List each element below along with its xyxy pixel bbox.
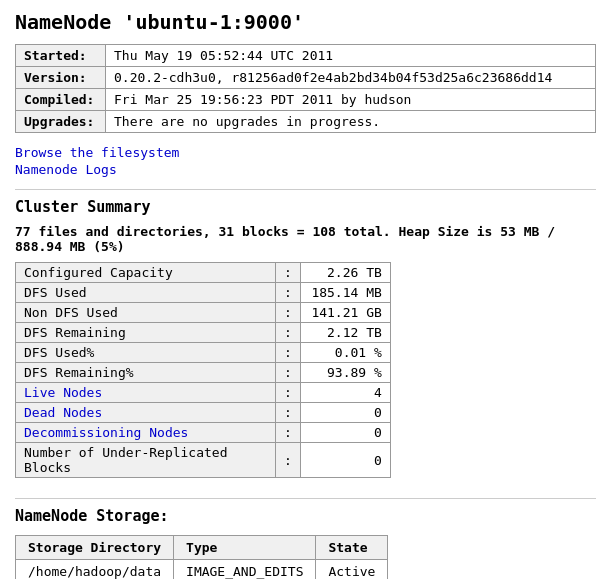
version-value: 0.20.2-cdh3u0, r81256ad0f2e4ab2bd34b04f5… — [106, 67, 596, 89]
cluster-row-value: 0 — [300, 423, 390, 443]
cluster-row-label: Non DFS Used — [16, 303, 276, 323]
cluster-row-link[interactable]: Live Nodes — [24, 385, 102, 400]
cluster-row-sep: : — [276, 403, 301, 423]
cluster-row-label: Number of Under-Replicated Blocks — [16, 443, 276, 478]
cluster-row: DFS Remaining:2.12 TB — [16, 323, 391, 343]
storage-section: NameNode Storage: Storage DirectoryTypeS… — [15, 507, 596, 579]
cluster-row: Live Nodes:4 — [16, 383, 391, 403]
storage-table-head: Storage DirectoryTypeState — [16, 536, 388, 560]
storage-state: Active — [316, 560, 388, 580]
cluster-row-label: DFS Remaining — [16, 323, 276, 343]
storage-type: IMAGE_AND_EDITS — [174, 560, 316, 580]
info-row-version: Version: 0.20.2-cdh3u0, r81256ad0f2e4ab2… — [16, 67, 596, 89]
cluster-row-value: 141.21 GB — [300, 303, 390, 323]
cluster-row-value: 0 — [300, 403, 390, 423]
namenode-logs-link[interactable]: Namenode Logs — [15, 162, 596, 177]
cluster-row-label: Live Nodes — [16, 383, 276, 403]
cluster-row-sep: : — [276, 283, 301, 303]
storage-header-cell: Type — [174, 536, 316, 560]
links-section: Browse the filesystem Namenode Logs — [15, 145, 596, 177]
cluster-row-label: DFS Used — [16, 283, 276, 303]
cluster-summary-text: 77 files and directories, 31 blocks = 10… — [15, 224, 596, 254]
upgrades-label: Upgrades: — [16, 111, 106, 133]
cluster-row: DFS Remaining%:93.89 % — [16, 363, 391, 383]
storage-directory: /home/hadoop/data — [16, 560, 174, 580]
info-row-compiled: Compiled: Fri Mar 25 19:56:23 PDT 2011 b… — [16, 89, 596, 111]
cluster-row-label: DFS Remaining% — [16, 363, 276, 383]
cluster-row-value: 185.14 MB — [300, 283, 390, 303]
storage-header-cell: Storage Directory — [16, 536, 174, 560]
divider-2 — [15, 498, 596, 499]
cluster-row-sep: : — [276, 323, 301, 343]
cluster-row-value: 2.26 TB — [300, 263, 390, 283]
cluster-row-sep: : — [276, 363, 301, 383]
storage-heading: NameNode Storage: — [15, 507, 596, 525]
cluster-row-sep: : — [276, 443, 301, 478]
browse-filesystem-link[interactable]: Browse the filesystem — [15, 145, 596, 160]
started-value: Thu May 19 05:52:44 UTC 2011 — [106, 45, 596, 67]
cluster-row-value: 93.89 % — [300, 363, 390, 383]
storage-table: Storage DirectoryTypeState /home/hadoop/… — [15, 535, 388, 579]
cluster-row: Number of Under-Replicated Blocks:0 — [16, 443, 391, 478]
storage-header-cell: State — [316, 536, 388, 560]
cluster-table: Configured Capacity:2.26 TBDFS Used:185.… — [15, 262, 391, 478]
version-label: Version: — [16, 67, 106, 89]
cluster-row-value: 0.01 % — [300, 343, 390, 363]
cluster-row-value: 2.12 TB — [300, 323, 390, 343]
info-row-started: Started: Thu May 19 05:52:44 UTC 2011 — [16, 45, 596, 67]
cluster-row-value: 4 — [300, 383, 390, 403]
cluster-row-label: Dead Nodes — [16, 403, 276, 423]
cluster-row-link[interactable]: Decommissioning Nodes — [24, 425, 188, 440]
info-row-upgrades: Upgrades: There are no upgrades in progr… — [16, 111, 596, 133]
cluster-row-sep: : — [276, 383, 301, 403]
cluster-row-sep: : — [276, 303, 301, 323]
cluster-row-sep: : — [276, 263, 301, 283]
cluster-row: Non DFS Used:141.21 GB — [16, 303, 391, 323]
started-label: Started: — [16, 45, 106, 67]
storage-header-row: Storage DirectoryTypeState — [16, 536, 388, 560]
cluster-row-value: 0 — [300, 443, 390, 478]
cluster-row: DFS Used:185.14 MB — [16, 283, 391, 303]
cluster-row-sep: : — [276, 343, 301, 363]
cluster-row-label: DFS Used% — [16, 343, 276, 363]
cluster-summary-heading: Cluster Summary — [15, 198, 596, 216]
cluster-row: DFS Used%:0.01 % — [16, 343, 391, 363]
cluster-row: Dead Nodes:0 — [16, 403, 391, 423]
storage-table-body: /home/hadoop/dataIMAGE_AND_EDITSActive — [16, 560, 388, 580]
cluster-row: Configured Capacity:2.26 TB — [16, 263, 391, 283]
cluster-row-sep: : — [276, 423, 301, 443]
divider-1 — [15, 189, 596, 190]
cluster-row-link[interactable]: Dead Nodes — [24, 405, 102, 420]
storage-row: /home/hadoop/dataIMAGE_AND_EDITSActive — [16, 560, 388, 580]
page-title: NameNode 'ubuntu-1:9000' — [15, 10, 596, 34]
compiled-label: Compiled: — [16, 89, 106, 111]
compiled-value: Fri Mar 25 19:56:23 PDT 2011 by hudson — [106, 89, 596, 111]
cluster-row-label: Configured Capacity — [16, 263, 276, 283]
cluster-row-label: Decommissioning Nodes — [16, 423, 276, 443]
info-table: Started: Thu May 19 05:52:44 UTC 2011 Ve… — [15, 44, 596, 133]
upgrades-value: There are no upgrades in progress. — [106, 111, 596, 133]
cluster-row: Decommissioning Nodes:0 — [16, 423, 391, 443]
